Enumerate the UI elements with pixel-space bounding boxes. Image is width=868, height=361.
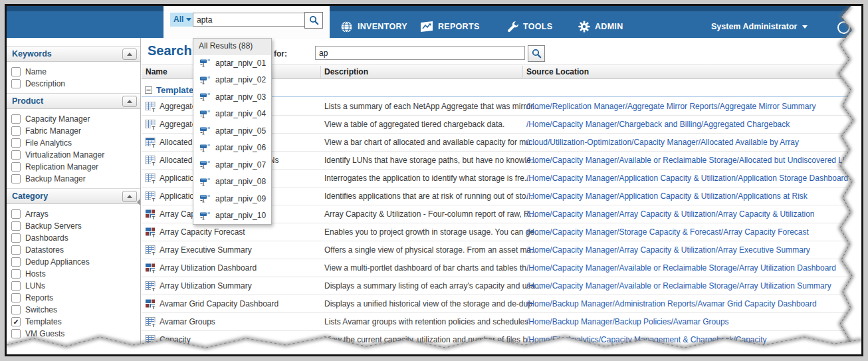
checkbox[interactable] <box>11 329 21 338</box>
sidebar-collapse-handle[interactable] <box>137 199 140 205</box>
row-source-link[interactable]: /Home/Capacity Manager/Available or Recl… <box>526 281 831 291</box>
sidebar-filter-description[interactable]: Description <box>11 78 140 90</box>
help-circle-icon[interactable] <box>837 21 850 34</box>
sidebar-filter-replication-manager[interactable]: Replication Manager <box>11 161 140 173</box>
sidebar-filter-templates[interactable]: ✓Templates <box>11 316 140 328</box>
row-source-link[interactable]: /Home/File Analytics/Capacity Management… <box>526 335 767 344</box>
autocomplete-item[interactable]: aptar_npiv_08 <box>193 174 271 191</box>
checkbox[interactable] <box>11 67 21 76</box>
row-source-link[interactable]: /Home/Capacity Manager/Chargeback and Bi… <box>526 120 790 129</box>
sidebar-filter-backup-manager[interactable]: Backup Manager <box>11 173 140 185</box>
checkbox[interactable] <box>11 281 21 291</box>
table-row[interactable]: TArray Utilization DashboardView a multi… <box>142 259 861 277</box>
autocomplete-item[interactable]: aptar_npiv_05 <box>193 122 271 140</box>
sidebar-filter-virtualization-manager[interactable]: Virtualization Manager <box>11 149 140 161</box>
host-icon <box>199 75 211 85</box>
column-header-name[interactable]: Name <box>146 65 167 78</box>
table-row[interactable]: TAvamar GroupsLists Avamar groups with r… <box>142 313 861 331</box>
user-menu[interactable]: System Administrator <box>711 22 808 31</box>
autocomplete-header[interactable]: All Results (88) <box>193 39 271 55</box>
results-search-input[interactable] <box>315 46 525 60</box>
checkbox[interactable] <box>11 269 21 279</box>
table-row[interactable]: TAvamar Grid Capacity DashboardDisplays … <box>142 295 861 313</box>
column-separator <box>320 66 321 78</box>
autocomplete-item[interactable]: aptar_npiv_01 <box>193 55 271 72</box>
menu-inventory[interactable]: INVENTORY <box>340 20 407 33</box>
filter-sidebar: KeywordsNameDescriptionProductCapacity M… <box>7 38 141 354</box>
checkbox[interactable] <box>11 257 21 267</box>
sidebar-filter-vm-guests[interactable]: VM Guests <box>11 328 140 340</box>
table-row[interactable]: TArray Utilization SummaryDisplays a sum… <box>142 277 861 295</box>
checkbox[interactable] <box>11 174 21 183</box>
row-source-link[interactable]: /Home/Backup Manager/Administration Repo… <box>526 299 817 308</box>
row-source-link[interactable]: /Home/Capacity Manager/Application Capac… <box>526 191 808 201</box>
checkbox[interactable] <box>11 162 21 172</box>
checkbox[interactable] <box>11 221 21 231</box>
results-search-button[interactable] <box>528 45 545 62</box>
sidebar-filter-reports[interactable]: Reports <box>11 292 140 304</box>
sidebar-filter-luns[interactable]: LUNs <box>11 280 140 292</box>
checkbox[interactable] <box>11 209 21 219</box>
menu-tools[interactable]: TOOLS <box>506 20 552 33</box>
column-header-source-location[interactable]: Source Location <box>526 65 589 78</box>
autocomplete-item[interactable]: aptar_npiv_09 <box>193 190 271 207</box>
section-collapse-button[interactable] <box>122 49 137 60</box>
sidebar-filter-file-analytics[interactable]: File Analytics <box>11 137 140 149</box>
search-scope-button[interactable]: All <box>170 13 195 27</box>
checkbox[interactable] <box>11 150 21 160</box>
sidebar-filter-datastores[interactable]: Datastores <box>11 244 140 256</box>
menu-admin[interactable]: ADMIN <box>578 20 623 33</box>
checkbox[interactable] <box>11 305 21 314</box>
checkbox[interactable] <box>11 233 21 243</box>
row-source-link[interactable]: /Home/Capacity Manager/Array Capacity & … <box>526 209 815 219</box>
table-row[interactable]: TArray Executive SummaryOffers a single … <box>142 241 861 259</box>
row-source-link[interactable]: /cloud/Utilization-Optimization/Capacity… <box>526 138 799 147</box>
section-collapse-button[interactable] <box>122 191 137 202</box>
autocomplete-item[interactable]: aptar_npiv_03 <box>193 88 271 106</box>
sidebar-filter-hosts[interactable]: Hosts <box>11 268 140 280</box>
row-source-link[interactable]: /Home/Capacity Manager/Available or Recl… <box>526 263 836 273</box>
row-source-link[interactable]: /Home/Capacity Manager/Array Capacity & … <box>526 245 810 255</box>
sidebar-filter-switches[interactable]: Switches <box>11 304 140 316</box>
autocomplete-item[interactable]: aptar_npiv_02 <box>193 72 271 89</box>
row-source-link[interactable]: /Home/Capacity Manager/Application Capac… <box>526 174 848 183</box>
section-collapse-button[interactable] <box>122 96 137 107</box>
autocomplete-item[interactable]: aptar_npiv_06 <box>193 140 271 157</box>
autocomplete-item[interactable]: aptar_npiv_07 <box>193 156 271 174</box>
svg-text:T: T <box>152 125 156 130</box>
checkbox[interactable] <box>11 245 21 255</box>
quick-search-button[interactable] <box>304 12 323 29</box>
row-source-link[interactable]: /Home/Replication Manager/Aggregate Mirr… <box>526 102 816 111</box>
column-header-description[interactable]: Description <box>324 65 368 78</box>
filter-label: Virtualization Manager <box>25 150 104 160</box>
menu-reports[interactable]: REPORTS <box>420 20 480 33</box>
autocomplete-item-label: aptar_npiv_06 <box>215 143 266 152</box>
checkbox-checked[interactable]: ✓ <box>11 317 21 326</box>
chart-template-icon: T <box>145 137 156 148</box>
host-icon <box>199 92 211 102</box>
row-description: Identify LUNs that have storage paths, b… <box>324 156 538 165</box>
row-source-link[interactable]: /Home/Backup Manager/Backup Policies/Ava… <box>526 317 729 326</box>
sidebar-filter-arrays[interactable]: Arrays <box>11 208 140 220</box>
sidebar-section-title: Keywords <box>12 49 52 59</box>
checkbox[interactable] <box>11 79 21 88</box>
sidebar-filter-dashboards[interactable]: Dashboards <box>11 232 140 244</box>
row-source-link[interactable]: /Home/Capacity Manager/Storage Capacity … <box>526 227 809 237</box>
filter-label: Switches <box>25 305 57 314</box>
checkbox[interactable] <box>11 138 21 148</box>
table-row[interactable]: TCapacityView the current capacity, util… <box>142 331 861 349</box>
quick-search-input[interactable] <box>193 13 306 27</box>
checkbox[interactable] <box>11 126 21 136</box>
sidebar-filter-backup-servers[interactable]: Backup Servers <box>11 220 140 232</box>
autocomplete-item[interactable]: aptar_npiv_10 <box>193 207 271 225</box>
row-source-link[interactable]: /Home/Capacity Manager/Available or Recl… <box>526 156 858 165</box>
sidebar-filter-dedup-appliances[interactable]: Dedup Appliances <box>11 256 140 268</box>
checkbox[interactable] <box>11 114 21 124</box>
sidebar-filter-capacity-manager[interactable]: Capacity Manager <box>11 113 140 125</box>
checkbox[interactable] <box>11 293 21 302</box>
table-row[interactable]: TArray Capacity ForecastEnables you to p… <box>142 223 861 241</box>
sidebar-filter-fabric-manager[interactable]: Fabric Manager <box>11 125 140 137</box>
autocomplete-dropdown: All Results (88) aptar_npiv_01aptar_npiv… <box>193 38 272 225</box>
sidebar-filter-name[interactable]: Name <box>11 66 140 78</box>
autocomplete-item[interactable]: aptar_npiv_04 <box>193 106 271 123</box>
